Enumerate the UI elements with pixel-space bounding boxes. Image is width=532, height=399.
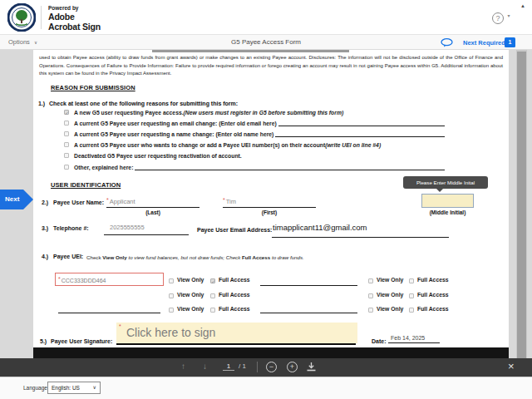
date-label: Date: — [372, 338, 387, 344]
full-access-checkbox[interactable] — [409, 308, 414, 313]
full-access-label: Full Access — [219, 306, 250, 312]
checkbox-icon[interactable] — [64, 121, 69, 126]
full-access-checkbox[interactable] — [409, 278, 414, 283]
next-page-button[interactable]: ↓ — [203, 362, 207, 371]
required-asterisk: * — [223, 197, 225, 203]
previous-page-button[interactable]: ↑ — [181, 362, 185, 371]
full-access-label: Full Access — [417, 292, 449, 298]
uei-line-3[interactable] — [58, 313, 160, 313]
q4-label: Payee UEI: — [53, 254, 83, 259]
telephone-line[interactable] — [104, 234, 189, 235]
middle-initial-field[interactable] — [421, 194, 474, 208]
q2-number: 2.) — [42, 200, 48, 205]
click-here-to-sign-text: Click here to sign — [126, 326, 215, 339]
uei-input-field[interactable]: *CCC333DDD464 — [55, 273, 164, 286]
chevron-down-icon: ▾ — [507, 12, 510, 18]
view-only-checkbox[interactable] — [368, 308, 373, 313]
view-only-checkbox[interactable] — [169, 293, 174, 298]
close-icon[interactable]: × — [508, 360, 515, 372]
language-select[interactable]: English: US ∨ — [47, 382, 101, 394]
old-email-input-line[interactable] — [278, 121, 445, 126]
page-bottom-band — [33, 347, 509, 358]
next-field-tab[interactable]: Next — [0, 190, 33, 209]
download-icon[interactable] — [306, 362, 317, 372]
last-name-field[interactable]: *Applicant — [106, 197, 135, 205]
next-required-button[interactable]: Next Required — [463, 39, 505, 47]
reason-italic-note: (New users must register in G5 before su… — [184, 110, 344, 116]
reason-row-other: Other, explained here: — [64, 165, 445, 170]
uei-line-2[interactable] — [260, 285, 357, 286]
required-asterisk: * — [106, 197, 109, 203]
reason-row-reactivation: Deactivated G5 Payee user requesting rea… — [64, 153, 445, 159]
checkbox-icon[interactable] — [64, 165, 69, 170]
view-only-checkbox[interactable] — [169, 308, 174, 313]
scrollbar-thumb[interactable] — [517, 52, 526, 362]
reason-text: A current G5 Payee user who wants to cha… — [74, 142, 325, 148]
signature-field[interactable]: * Click here to sign — [116, 323, 357, 343]
uei-instructions: Check View Only to view fund balances, b… — [86, 254, 304, 260]
required-asterisk: * — [58, 276, 61, 282]
checkbox-icon[interactable] — [64, 153, 69, 158]
tooltip-arrow — [436, 189, 443, 192]
select-caret-icon: ∨ — [93, 382, 96, 393]
reason-text: A current G5 Payee user requesting an em… — [74, 121, 277, 126]
page-number-input[interactable]: 1 — [223, 362, 234, 371]
reason-row-new-user: A new G5 user requesting Payee access. (… — [64, 110, 445, 116]
checkbox-icon[interactable] — [64, 131, 69, 136]
first-caption: (First) — [223, 209, 316, 215]
header-divider — [41, 6, 42, 29]
full-access-checkbox[interactable] — [409, 293, 414, 298]
viewer-toolbar: ↑ ↓ 1 / 1 − + × — [0, 358, 532, 377]
view-only-label: View Only — [177, 277, 204, 283]
q2-label: Payee User Name: — [53, 200, 104, 205]
form-page: used to obtain Payee access (ability to … — [33, 50, 509, 347]
q1-number: 1.) — [38, 101, 45, 106]
language-label: Language: — [23, 385, 49, 391]
acrobat-sign-window: Powered by Adobe Acrobat Sign ? ▾ ▲ Opti… — [0, 0, 532, 399]
help-button[interactable]: ? ▾ — [492, 9, 514, 22]
reason-text: Deactivated G5 Payee user requesting rea… — [74, 153, 242, 159]
view-only-checkbox[interactable] — [368, 293, 373, 298]
full-access-checkbox-checked[interactable] — [210, 278, 215, 283]
email-label: Payee User Email Address: — [197, 227, 272, 233]
full-access-label: Full Access — [417, 306, 449, 312]
language-value: English: US — [52, 385, 80, 391]
checkbox-icon[interactable] — [64, 142, 69, 147]
zoom-out-button[interactable]: − — [266, 362, 277, 372]
first-name-field[interactable]: *Tim — [223, 197, 236, 205]
date-field: Feb 14, 2025 — [391, 335, 425, 341]
last-caption: (Last) — [106, 209, 200, 215]
user-identification-heading: USER IDENTIFICATION — [51, 181, 121, 189]
telephone-field[interactable]: 2025555555 — [110, 224, 145, 231]
document-toolbar: Options ∨ G5 Payee Access Form Next Requ… — [0, 35, 532, 50]
email-field[interactable]: timapplicant11@gmail.com — [273, 223, 367, 232]
q5-label: Payee User Signature: — [51, 338, 112, 344]
view-only-label: View Only — [377, 306, 403, 312]
full-access-label: Full Access — [219, 277, 250, 283]
full-access-checkbox[interactable] — [210, 293, 215, 298]
uei-line-4[interactable] — [260, 313, 357, 313]
other-explanation-input-line[interactable] — [135, 165, 445, 170]
view-only-checkbox[interactable] — [368, 278, 373, 283]
old-name-input-line[interactable] — [275, 131, 445, 137]
view-only-label: View Only — [377, 292, 403, 298]
toolbar-divider — [257, 362, 258, 372]
full-access-checkbox[interactable] — [210, 308, 215, 313]
reason-row-uei-change: A current G5 Payee user who wants to cha… — [64, 142, 445, 148]
comment-bubble-icon[interactable] — [441, 38, 453, 47]
scrollbar-up-arrow[interactable]: ▲ — [520, 3, 525, 8]
last-name-line[interactable] — [106, 207, 200, 208]
q3-number: 3.) — [42, 225, 48, 231]
brand-acrobat-sign: Acrobat Sign — [48, 22, 101, 32]
date-line — [388, 342, 440, 343]
vertical-scrollbar[interactable] — [516, 50, 527, 358]
reason-text: A current G5 Payee user requesting a nam… — [74, 131, 273, 137]
zoom-in-button[interactable]: + — [287, 362, 298, 372]
privacy-intro-text: used to obtain Payee access (ability to … — [39, 54, 503, 78]
email-line[interactable] — [272, 237, 449, 238]
required-count-badge: 1 — [505, 37, 515, 47]
checkbox-checked-icon[interactable] — [64, 110, 69, 115]
first-name-line[interactable] — [223, 207, 316, 208]
view-only-checkbox[interactable] — [169, 278, 174, 283]
reason-row-email-change: A current G5 Payee user requesting an em… — [64, 121, 445, 126]
